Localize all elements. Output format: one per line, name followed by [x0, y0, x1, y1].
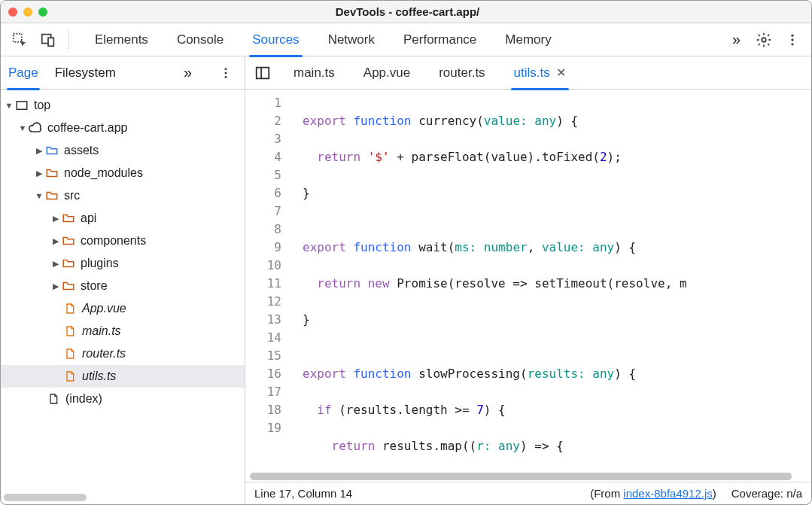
file-tab-label: utils.ts [514, 65, 550, 81]
chevron-right-icon: ▶ [34, 146, 44, 156]
chevron-down-icon: ▼ [17, 123, 28, 132]
more-tabs-button[interactable]: » [725, 31, 748, 48]
coverage-info: Coverage: n/a [731, 487, 802, 500]
cursor-position: Line 17, Column 14 [254, 487, 352, 500]
navigator-tab-filesystem[interactable]: Filesystem [53, 58, 117, 88]
chevron-right-icon: ▶ [50, 281, 61, 291]
toggle-navigator-icon[interactable] [250, 60, 275, 86]
device-toolbar-icon[interactable] [35, 27, 61, 53]
tree-label: top [34, 99, 50, 112]
tab-sources[interactable]: Sources [249, 25, 302, 55]
cloud-icon [28, 120, 43, 135]
tab-elements[interactable]: Elements [92, 25, 151, 55]
file-tab-router-ts[interactable]: router.ts [436, 58, 488, 88]
minimize-window-button[interactable] [23, 8, 32, 17]
folder-icon [44, 143, 59, 158]
folder-icon [44, 166, 59, 181]
settings-icon[interactable] [751, 27, 777, 53]
tree-node-domain[interactable]: ▼ coffee-cart.app [1, 117, 245, 139]
tree-label: App.vue [82, 302, 126, 315]
tree-node-file[interactable]: (index) [1, 388, 245, 410]
line-number-gutter: 12345678910111213141516171819 [245, 90, 290, 471]
tree-node-file[interactable]: router.ts [1, 342, 245, 365]
tree-label: node_modules [64, 166, 143, 180]
tree-node-folder[interactable]: ▶ assets [1, 139, 245, 162]
tree-label: store [81, 279, 108, 293]
file-tab-label: main.ts [293, 65, 335, 81]
tab-performance[interactable]: Performance [400, 25, 479, 55]
file-tab-app-vue[interactable]: App.vue [360, 58, 413, 88]
panel-tabs: Elements Console Sources Network Perform… [92, 25, 722, 55]
chevron-down-icon: ▼ [34, 191, 44, 200]
svg-point-8 [225, 71, 227, 74]
close-tab-icon[interactable]: ✕ [556, 65, 566, 80]
tree-node-folder[interactable]: ▶ plugins [1, 252, 245, 275]
fullscreen-window-button[interactable] [38, 8, 47, 17]
source-map-link[interactable]: index-8bfa4912.js [623, 487, 712, 500]
inspect-element-icon[interactable] [7, 27, 32, 53]
chevron-right-icon: ▶ [50, 214, 61, 224]
frame-icon [14, 98, 29, 113]
title-bar: DevTools - coffee-cart.app/ [1, 1, 811, 23]
tree-label: plugins [81, 257, 119, 270]
tree-node-file[interactable]: App.vue [1, 297, 245, 320]
tree-node-file[interactable]: main.ts [1, 320, 245, 342]
file-icon [62, 369, 78, 384]
tree-label: components [81, 234, 146, 248]
tab-console[interactable]: Console [174, 25, 227, 55]
navigator-kebab-icon[interactable] [213, 60, 239, 86]
editor-pane: main.ts App.vue router.ts utils.ts ✕ 123… [245, 56, 811, 504]
svg-rect-2 [48, 38, 53, 46]
navigator-tabs: Page Filesystem » [1, 56, 245, 90]
tab-network[interactable]: Network [325, 25, 378, 55]
main-toolbar: Elements Console Sources Network Perform… [1, 23, 811, 56]
svg-point-3 [762, 38, 766, 42]
tree-node-file-selected[interactable]: utils.ts [1, 365, 245, 388]
svg-rect-10 [17, 102, 27, 110]
tab-memory[interactable]: Memory [502, 25, 554, 55]
tree-label: coffee-cart.app [47, 121, 127, 135]
tree-label: src [64, 189, 80, 202]
code-editor[interactable]: 12345678910111213141516171819 export fun… [245, 90, 811, 471]
folder-icon [61, 211, 76, 226]
svg-point-9 [225, 75, 227, 78]
tree-label: router.ts [82, 347, 126, 360]
tree-label: assets [64, 144, 99, 157]
file-tab-label: router.ts [439, 65, 485, 81]
tree-node-folder[interactable]: ▶ store [1, 275, 245, 297]
tree-label: utils.ts [82, 370, 116, 383]
source-map-info: (From index-8bfa4912.js) [590, 487, 716, 500]
file-tab-main-ts[interactable]: main.ts [290, 58, 338, 88]
file-tab-label: App.vue [363, 65, 410, 81]
folder-icon [61, 256, 76, 271]
code-content[interactable]: export function currency(value: any) { r… [290, 90, 687, 471]
file-icon [62, 301, 78, 316]
tree-label: main.ts [82, 324, 121, 338]
status-bar: Line 17, Column 14 (From index-8bfa4912.… [245, 482, 811, 504]
tree-node-folder[interactable]: ▶ node_modules [1, 162, 245, 184]
tree-label: (index) [65, 392, 102, 406]
tree-node-top[interactable]: ▼ top [1, 94, 245, 117]
tree-label: api [81, 211, 96, 225]
tree-node-folder[interactable]: ▶ components [1, 230, 245, 252]
kebab-menu-icon[interactable] [780, 27, 805, 53]
window-title: DevTools - coffee-cart.app/ [47, 5, 768, 18]
chevron-down-icon: ▼ [4, 101, 14, 110]
svg-point-7 [225, 68, 227, 70]
tree-node-folder[interactable]: ▼ src [1, 184, 245, 207]
file-tab-utils-ts[interactable]: utils.ts ✕ [511, 58, 569, 88]
svg-rect-11 [257, 67, 269, 78]
file-tabs: main.ts App.vue router.ts utils.ts ✕ [245, 56, 811, 90]
file-icon [46, 391, 61, 406]
tree-node-folder[interactable]: ▶ api [1, 207, 245, 230]
scrollbar-horizontal[interactable] [4, 494, 87, 501]
navigator-more-button[interactable]: » [176, 64, 199, 81]
close-window-button[interactable] [8, 8, 17, 17]
svg-point-4 [791, 34, 793, 36]
chevron-right-icon: ▶ [50, 259, 61, 269]
navigator-tab-page[interactable]: Page [7, 58, 40, 88]
svg-point-5 [791, 38, 793, 41]
editor-scrollbar-horizontal[interactable] [245, 471, 811, 482]
folder-open-icon [44, 188, 59, 203]
svg-point-6 [791, 43, 793, 45]
